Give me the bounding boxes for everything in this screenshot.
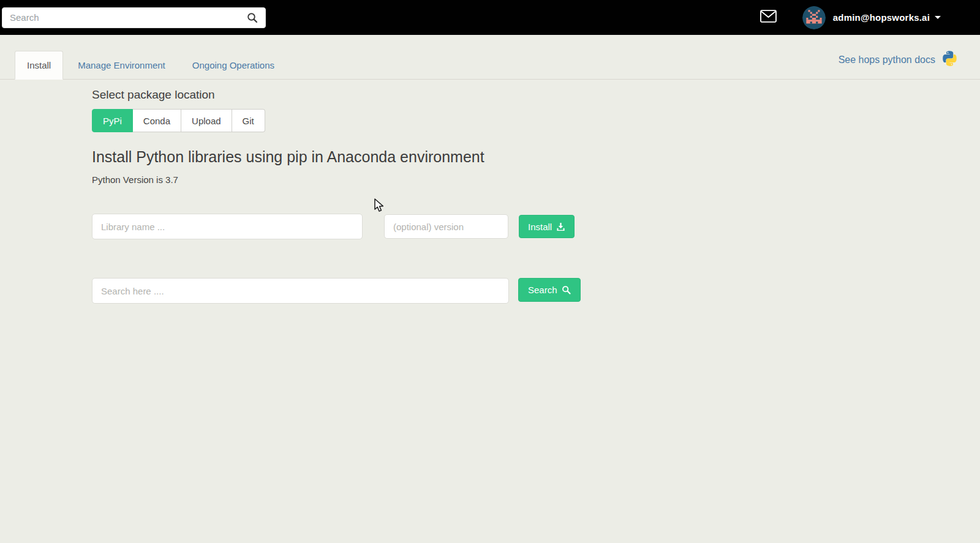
search-icon[interactable] — [247, 12, 258, 26]
page-title: Install Python libraries using pip in An… — [92, 148, 980, 166]
package-location-group: PyPi Conda Upload Git — [92, 109, 265, 132]
install-button[interactable]: Install — [519, 215, 575, 238]
library-name-input[interactable] — [92, 214, 363, 239]
install-panel: Select package location PyPi Conda Uploa… — [0, 80, 980, 304]
package-search-input[interactable] — [92, 278, 509, 304]
chevron-down-icon[interactable] — [935, 16, 941, 19]
tab-ongoing-operations[interactable]: Ongoing Operations — [180, 51, 287, 80]
topbar: admin@hopsworks.ai — [0, 0, 980, 35]
topbar-right: admin@hopsworks.ai — [760, 6, 980, 29]
select-location-heading: Select package location — [92, 88, 980, 102]
docs-link[interactable]: See hops python docs — [839, 50, 958, 69]
search-form-row: Search — [92, 278, 980, 304]
avatar[interactable] — [802, 6, 826, 29]
package-search-button[interactable]: Search — [518, 278, 581, 302]
location-upload-button[interactable]: Upload — [181, 109, 232, 132]
location-git-button[interactable]: Git — [232, 109, 265, 132]
tab-bar: Install Manage Environment Ongoing Opera… — [0, 35, 980, 80]
docs-link-label: See hops python docs — [839, 54, 935, 66]
search-button-label: Search — [528, 285, 557, 295]
install-form-row: Install — [92, 214, 980, 239]
install-button-label: Install — [528, 222, 552, 232]
python-version-text: Python Version is 3.7 — [92, 174, 980, 185]
tab-install[interactable]: Install — [15, 51, 63, 80]
user-menu[interactable]: admin@hopsworks.ai — [833, 12, 930, 23]
version-input[interactable] — [384, 214, 508, 239]
messages-icon[interactable] — [760, 10, 777, 25]
global-search — [2, 7, 266, 28]
location-conda-button[interactable]: Conda — [133, 109, 181, 132]
install-download-icon — [556, 222, 565, 231]
python-logo-icon — [941, 50, 958, 69]
tab-manage-environment[interactable]: Manage Environment — [66, 51, 178, 80]
location-pypi-button[interactable]: PyPi — [92, 109, 133, 132]
search-button-icon — [562, 285, 571, 294]
global-search-input[interactable] — [2, 7, 266, 28]
